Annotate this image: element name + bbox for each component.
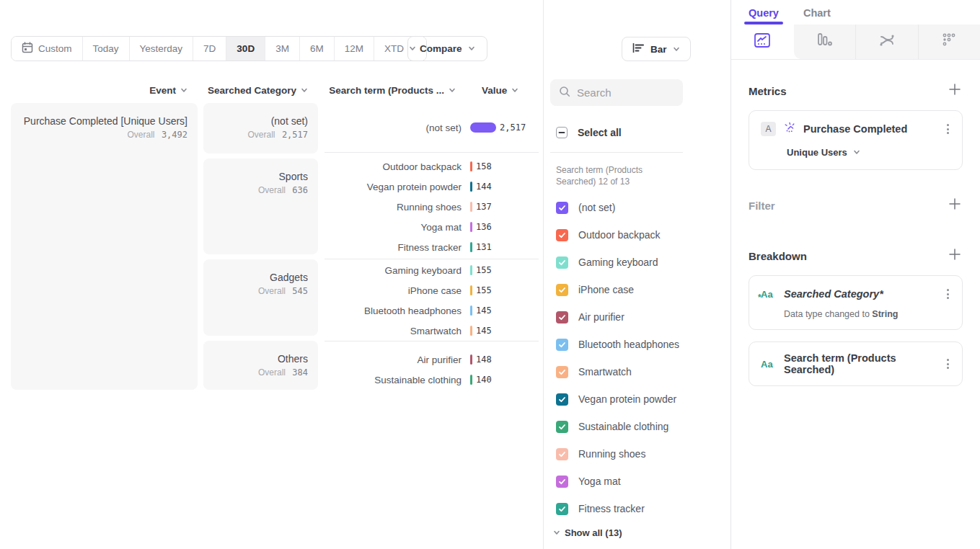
date-range-7d[interactable]: 7D: [193, 37, 226, 61]
column-header-label: Searched Category: [208, 85, 296, 96]
legend-item[interactable]: Yoga mat: [556, 468, 679, 495]
search-icon: [559, 86, 570, 100]
term-row[interactable]: Air purifier 148: [325, 349, 539, 370]
chevron-down-icon: [468, 43, 475, 54]
report-tab-flows[interactable]: [856, 24, 919, 59]
show-all-button[interactable]: Show all (13): [553, 527, 622, 538]
legend-item[interactable]: Sustainable clothing: [556, 413, 679, 440]
select-all-row[interactable]: Select all: [556, 127, 622, 138]
legend-item-checkbox[interactable]: [556, 393, 568, 406]
report-tab-retention[interactable]: [919, 24, 980, 59]
legend-item-checkbox[interactable]: [556, 476, 568, 488]
term-row[interactable]: Running shoes 137: [325, 197, 539, 217]
metrics-heading: Metrics: [749, 85, 787, 97]
breakdown-note: Data type changed to String: [784, 309, 952, 319]
legend-item-checkbox[interactable]: [556, 256, 568, 269]
term-row[interactable]: iPhone case 155: [325, 280, 539, 300]
term-row[interactable]: Bluetooth headphones 145: [325, 300, 539, 321]
legend-item[interactable]: Bluetooth headphones: [556, 331, 679, 358]
date-range-today[interactable]: Today: [83, 37, 130, 61]
date-range-custom[interactable]: Custom: [12, 37, 83, 61]
term-row[interactable]: Vegan protein powder 144: [325, 177, 539, 197]
term-row[interactable]: (not set) 2,517: [325, 117, 539, 138]
breakdown-menu-button[interactable]: [944, 356, 952, 372]
metric-series-badge: A: [761, 122, 776, 136]
legend-item-checkbox[interactable]: [556, 284, 568, 296]
legend-item[interactable]: Vegan protein powder: [556, 385, 679, 413]
date-range-12m[interactable]: 12M: [335, 37, 374, 61]
breakdown-menu-button[interactable]: [944, 286, 952, 302]
query-panel-tabs: QueryChart: [731, 0, 980, 24]
add-metric-button[interactable]: [947, 83, 963, 99]
date-range-label: Custom: [38, 43, 72, 54]
legend-item-checkbox[interactable]: [556, 448, 568, 460]
chevron-down-icon: [511, 85, 518, 96]
column-header-label: Event: [149, 85, 176, 96]
legend-item-label: Smartwatch: [578, 366, 632, 378]
breakdown-card[interactable]: Aa* Searched Category* Data type changed…: [749, 275, 963, 330]
legend-item[interactable]: Gaming keyboard: [556, 249, 679, 276]
legend-search-box[interactable]: [550, 79, 683, 106]
legend-item-checkbox[interactable]: [556, 421, 568, 433]
category-cell[interactable]: Gadgets Overall 545: [203, 259, 318, 336]
legend-item-checkbox[interactable]: [556, 339, 568, 351]
column-header-value[interactable]: Value: [482, 85, 518, 96]
legend-item-label: Fitness tracker: [578, 503, 645, 514]
legend-item[interactable]: Smartwatch: [556, 358, 679, 385]
value-bar: [470, 375, 472, 385]
breakdown-name: Searched Category*: [784, 288, 935, 300]
legend-item[interactable]: Fitness tracker: [556, 495, 679, 522]
term-label: Bluetooth headphones: [325, 305, 462, 316]
term-row[interactable]: Fitness tracker 131: [325, 237, 539, 257]
term-row[interactable]: Yoga mat 136: [325, 217, 539, 237]
term-value: 155: [476, 285, 492, 295]
term-row[interactable]: Gaming keyboard 155: [325, 260, 539, 280]
compare-label: Compare: [420, 43, 462, 54]
column-header-search-term[interactable]: Search term (Products ...: [325, 85, 456, 96]
breakdown-card[interactable]: Aa Search term (Products Searched): [749, 342, 963, 386]
legend-item[interactable]: (not set): [556, 194, 679, 221]
legend-item-checkbox[interactable]: [556, 366, 568, 378]
date-range-label: Yesterday: [140, 43, 183, 54]
legend-item-checkbox[interactable]: [556, 229, 568, 241]
legend-item[interactable]: Outdoor backpack: [556, 221, 679, 249]
panel-tab-query[interactable]: Query: [749, 7, 779, 24]
select-all-checkbox[interactable]: [556, 127, 568, 138]
category-cell[interactable]: (not set) Overall 2,517: [203, 103, 318, 153]
date-range-yesterday[interactable]: Yesterday: [130, 37, 194, 61]
legend-item-checkbox[interactable]: [556, 503, 568, 515]
legend-item[interactable]: iPhone case: [556, 276, 679, 303]
term-row[interactable]: Smartwatch 145: [325, 321, 539, 341]
report-tab-insights[interactable]: [731, 24, 794, 59]
term-label: Yoga mat: [325, 222, 462, 233]
legend-item[interactable]: Air purifier: [556, 303, 679, 331]
metric-card[interactable]: A Purchase Completed Unique Users: [749, 110, 963, 170]
panel-tab-chart[interactable]: Chart: [803, 7, 831, 24]
legend-item-checkbox[interactable]: [556, 311, 568, 323]
report-tab-funnels[interactable]: [794, 24, 857, 59]
category-cell[interactable]: Others Overall 384: [203, 341, 318, 390]
legend-item-checkbox[interactable]: [556, 202, 568, 214]
column-header-event[interactable]: Event: [11, 85, 187, 96]
compare-button[interactable]: Compare: [407, 36, 487, 61]
term-value: 144: [476, 182, 492, 192]
add-breakdown-button[interactable]: [947, 248, 963, 264]
term-row[interactable]: Sustainable clothing 140: [325, 370, 539, 390]
date-range-label: 6M: [310, 43, 324, 54]
event-cell[interactable]: Purchase Completed [Unique Users] Overal…: [11, 103, 198, 390]
legend-item-label: Bluetooth headphones: [578, 339, 679, 350]
date-range-30d[interactable]: 30D: [226, 37, 265, 61]
term-row[interactable]: Outdoor backpack 158: [325, 156, 539, 177]
legend-item[interactable]: Running shoes: [556, 440, 679, 468]
term-value: 155: [476, 265, 492, 275]
column-header-searched-category[interactable]: Searched Category: [203, 85, 308, 96]
date-range-3m[interactable]: 3M: [265, 37, 300, 61]
category-cell[interactable]: Sports Overall 636: [203, 159, 318, 254]
metric-menu-button[interactable]: [944, 121, 952, 137]
search-input[interactable]: [577, 86, 671, 99]
aggregation-label: Unique Users: [787, 147, 847, 158]
add-filter-button[interactable]: [947, 197, 963, 213]
legend-item-label: Gaming keyboard: [578, 256, 658, 268]
aggregation-selector[interactable]: Unique Users: [787, 147, 952, 158]
date-range-6m[interactable]: 6M: [300, 37, 335, 61]
